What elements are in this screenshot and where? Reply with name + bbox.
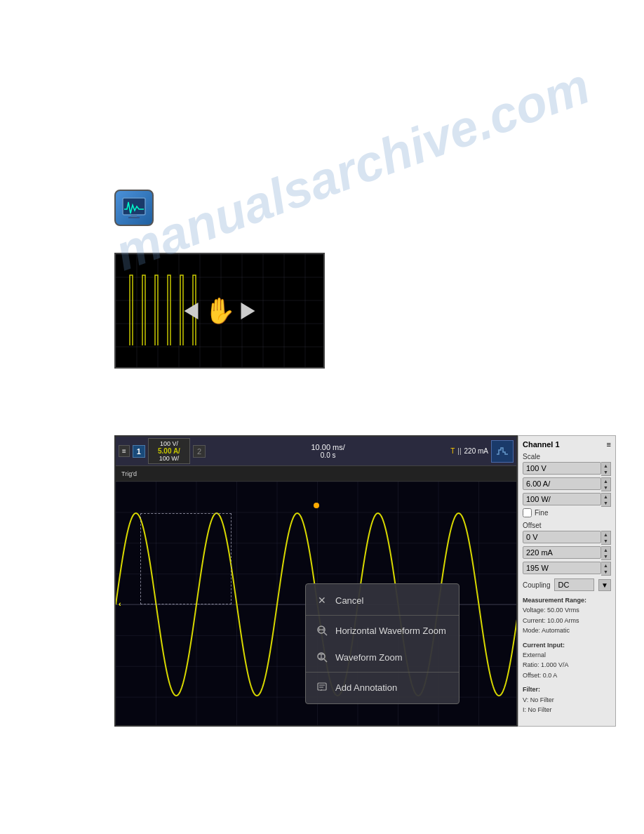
power-offset-arrows[interactable]: ▲ ▼ — [601, 562, 611, 576]
current-scale-value: 6.00 A/ — [523, 477, 601, 490]
voltage-offset-down[interactable]: ▼ — [601, 538, 610, 544]
current-offset-arrows[interactable]: ▲ ▼ — [601, 546, 611, 560]
trigger-icon: || — [457, 447, 461, 455]
svg-line-4 — [324, 633, 327, 635]
annotation-icon — [316, 681, 328, 694]
menu-divider-2 — [306, 672, 459, 673]
voltage-scale-value: 100 V — [523, 462, 601, 475]
current-offset-up[interactable]: ▲ — [601, 547, 610, 553]
voltage-offset-arrows[interactable]: ▲ ▼ — [601, 531, 611, 545]
power-scale-arrows[interactable]: ▲ ▼ — [601, 493, 611, 507]
trigger-group: T || 220 mA — [450, 447, 488, 455]
power-offset-value: 195 W — [523, 562, 601, 574]
add-annotation-label: Add Annotation — [335, 682, 397, 693]
cancel-menu-item[interactable]: ✕ Cancel — [306, 587, 459, 614]
power-scale-down[interactable]: ▼ — [601, 500, 610, 506]
ch1-scale-group: 100 V/ 5.00 A/ 100 W/ — [148, 438, 190, 464]
scale-label: Scale — [523, 453, 611, 461]
horiz-zoom-icon — [316, 624, 328, 637]
ch1-waveform-indicator: ‹ — [119, 600, 121, 608]
svg-rect-0 — [123, 198, 145, 215]
scope-sub-header: Trig'd — [116, 466, 516, 482]
time-per-div: 10.00 ms/ — [311, 443, 345, 451]
current-scale-up[interactable]: ▲ — [601, 478, 610, 484]
fine-label: Fine — [535, 509, 548, 517]
coupling-value: DC — [554, 578, 594, 591]
waveform-zoom-menu-item[interactable]: Waveform Zoom — [306, 644, 459, 670]
power-offset-down[interactable]: ▼ — [601, 569, 610, 575]
time-offset: 0.0 s — [321, 451, 336, 459]
cancel-icon: ✕ — [316, 594, 328, 607]
voltage-scale-up[interactable]: ▲ — [601, 463, 610, 469]
voltage-rms: Voltage: 50.00 Vrms — [523, 605, 611, 615]
mode-line: Mode: Automatic — [523, 626, 611, 635]
context-menu: ✕ Cancel Horizontal Waveform Zoom Wavefo… — [305, 583, 459, 704]
add-annotation-menu-item[interactable]: Add Annotation — [306, 674, 459, 701]
filter-section: Filter: V: No Filter I: No Filter — [523, 684, 611, 715]
main-scope: ≡ 1 100 V/ 5.00 A/ 100 W/ 2 10.00 ms/ 0.… — [114, 435, 518, 727]
power-offset-up[interactable]: ▲ — [601, 562, 610, 569]
svg-rect-13 — [318, 683, 326, 690]
trigger-label: T — [450, 447, 455, 455]
trigger-dot — [314, 503, 319, 508]
arrow-left-icon — [185, 303, 199, 319]
menu-divider-1 — [306, 615, 459, 616]
hand-icon: ✋ — [204, 296, 236, 326]
watermark: manualsarchive.com — [107, 57, 596, 282]
power-scale-spinbox: 100 W/ ▲ ▼ — [523, 493, 611, 507]
fine-checkbox[interactable] — [523, 508, 532, 517]
current-input-section: Current Input: External Ratio: 1.000 V/A… — [523, 640, 611, 681]
ch1-voltage-scale: 100 V/ — [160, 440, 178, 447]
current-rms: Current: 10.00 Arms — [523, 616, 611, 626]
ch1-button[interactable]: 1 — [133, 445, 145, 458]
current-offset-value: 220 mA — [523, 546, 601, 559]
ratio-line: Ratio: 1.000 V/A — [523, 660, 611, 670]
panel-menu-icon[interactable]: ≡ — [607, 440, 611, 449]
filter-label: Filter: — [523, 684, 611, 694]
ch2-button[interactable]: 2 — [193, 445, 206, 458]
power-scale-up[interactable]: ▲ — [601, 494, 610, 500]
horiz-zoom-label: Horizontal Waveform Zoom — [335, 626, 446, 636]
offset-a-line: Offset: 0.0 A — [523, 670, 611, 680]
cancel-label: Cancel — [335, 595, 363, 606]
current-scale-arrows[interactable]: ▲ ▼ — [601, 477, 611, 491]
scope-settings-icon[interactable] — [491, 440, 514, 463]
coupling-row: Coupling DC ▼ — [523, 578, 611, 591]
fine-check-group: Fine — [523, 508, 611, 517]
current-input-label: Current Input: — [523, 640, 611, 650]
waveform-zoom-icon — [316, 651, 328, 663]
offset-label: Offset — [523, 522, 611, 529]
ch1-power-scale: 100 W/ — [159, 455, 180, 462]
trig-label: Trig'd — [121, 470, 137, 477]
coupling-dropdown[interactable]: ▼ — [598, 579, 611, 591]
scroll-gesture: ✋ — [185, 296, 255, 326]
power-scale-value: 100 W/ — [523, 493, 601, 505]
voltage-scale-down[interactable]: ▼ — [601, 469, 610, 475]
horiz-zoom-menu-item[interactable]: Horizontal Waveform Zoom — [306, 617, 459, 644]
measurement-range-section: Measurement Range: Voltage: 50.00 Vrms C… — [523, 595, 611, 636]
v-filter-line: V: No Filter — [523, 695, 611, 705]
ch1-current-scale: 5.00 A/ — [158, 447, 180, 455]
small-scope-display: ✋ — [114, 253, 325, 369]
scope-header: ≡ 1 100 V/ 5.00 A/ 100 W/ 2 10.00 ms/ 0.… — [116, 437, 516, 466]
coupling-label: Coupling — [523, 581, 550, 589]
current-offset-down[interactable]: ▼ — [601, 553, 610, 560]
waveform-zoom-label: Waveform Zoom — [335, 652, 403, 663]
svg-line-9 — [324, 659, 327, 662]
scope-icon — [114, 190, 154, 226]
power-offset-spinbox: 195 W ▲ ▼ — [523, 562, 611, 576]
menu-icon[interactable]: ≡ — [119, 445, 130, 457]
voltage-scale-arrows[interactable]: ▲ ▼ — [601, 462, 611, 476]
voltage-offset-value: 0 V — [523, 531, 601, 543]
waveform-area[interactable]: ‹ ✕ Cancel Horizontal Waveform Zoom Wave… — [116, 482, 516, 725]
svg-rect-2 — [128, 217, 140, 218]
right-panel: Channel 1 ≡ Scale 100 V ▲ ▼ 6.00 A/ ▲ ▼ … — [518, 435, 616, 727]
trigger-current: 220 mA — [464, 447, 488, 455]
panel-title: Channel 1 ≡ — [523, 440, 611, 449]
voltage-offset-up[interactable]: ▲ — [601, 531, 610, 538]
current-scale-down[interactable]: ▼ — [601, 484, 610, 491]
current-scale-spinbox: 6.00 A/ ▲ ▼ — [523, 477, 611, 491]
panel-channel-label: Channel 1 — [523, 440, 560, 449]
measurement-range-label: Measurement Range: — [523, 595, 611, 605]
external-line: External — [523, 650, 611, 660]
